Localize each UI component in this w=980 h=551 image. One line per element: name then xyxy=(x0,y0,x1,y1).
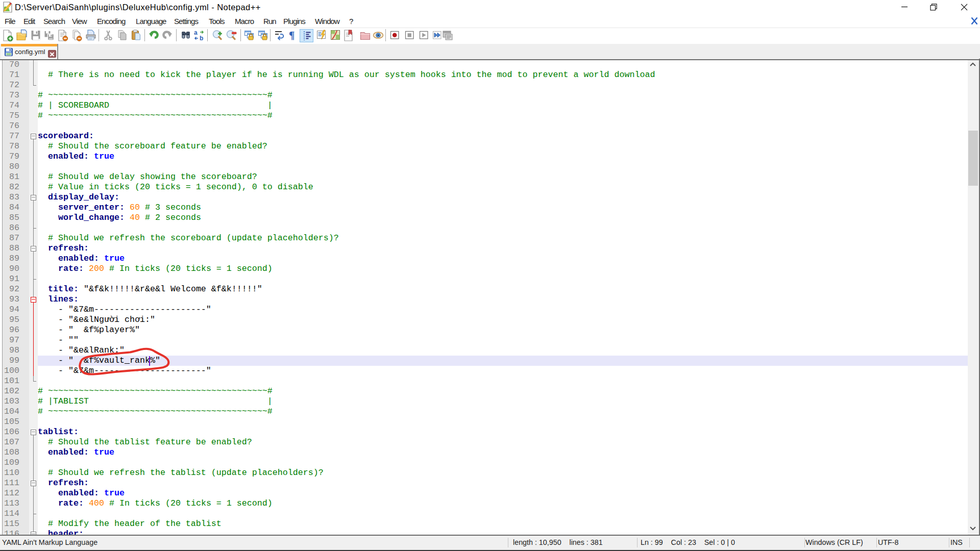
svg-text:b: b xyxy=(200,35,203,42)
svg-text:¶: ¶ xyxy=(289,29,295,41)
svg-text:a: a xyxy=(194,29,198,36)
